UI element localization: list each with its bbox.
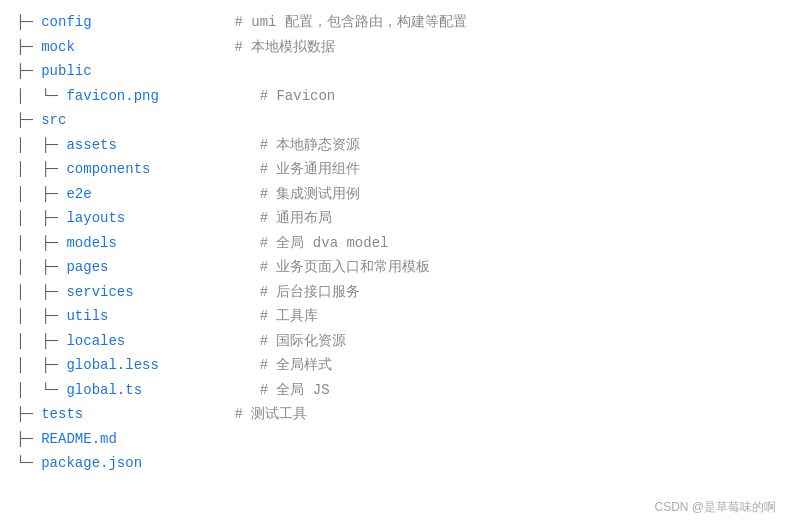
tree-prefix: │ └─ [16,378,66,403]
tree-prefix: │ ├─ [16,157,66,182]
spacer [226,353,251,378]
tree-line: ├─ config # umi 配置，包含路由，构建等配置 [16,10,776,35]
spacer [226,84,251,109]
file-name: locales [66,329,226,354]
tree-prefix: │ ├─ [16,280,66,305]
file-name: mock [41,35,201,60]
file-name: global.ts [66,378,226,403]
file-name: config [41,10,201,35]
tree-line: │ ├─ e2e # 集成测试用例 [16,182,776,207]
comment: # umi 配置，包含路由，构建等配置 [234,10,466,35]
spacer [201,35,226,60]
tree-line: │ ├─ pages # 业务页面入口和常用模板 [16,255,776,280]
spacer [226,231,251,256]
comment: # 集成测试用例 [260,182,361,207]
spacer [226,280,251,305]
comment: # 业务通用组件 [260,157,361,182]
tree-line: ├─ tests # 测试工具 [16,402,776,427]
comment: # Favicon [260,84,336,109]
spacer [226,206,251,231]
tree-prefix: └─ [16,451,41,476]
tree-prefix: │ ├─ [16,206,66,231]
file-name: layouts [66,206,226,231]
comment: # 全局 dva model [260,231,389,256]
tree-prefix: │ ├─ [16,304,66,329]
tree-line: │ └─ favicon.png # Favicon [16,84,776,109]
tree-line: │ ├─ services # 后台接口服务 [16,280,776,305]
tree-line: │ ├─ components # 业务通用组件 [16,157,776,182]
tree-line: └─ package.json [16,451,776,476]
spacer [226,329,251,354]
spacer [201,10,226,35]
tree-line: ├─ README.md [16,427,776,452]
spacer [201,402,226,427]
tree-prefix: │ ├─ [16,255,66,280]
tree-prefix: │ ├─ [16,231,66,256]
file-name: assets [66,133,226,158]
file-name: components [66,157,226,182]
file-name: global.less [66,353,226,378]
comment: # 本地模拟数据 [234,35,335,60]
tree-prefix: │ ├─ [16,353,66,378]
watermark: CSDN @是草莓味的啊 [654,499,776,516]
tree-line: │ ├─ global.less # 全局样式 [16,353,776,378]
tree-prefix: ├─ [16,402,41,427]
file-name: package.json [41,451,201,476]
file-name: src [41,108,201,133]
comment: # 测试工具 [234,402,307,427]
tree-line: │ ├─ utils # 工具库 [16,304,776,329]
comment: # 本地静态资源 [260,133,361,158]
comment: # 全局 JS [260,378,330,403]
file-name: e2e [66,182,226,207]
file-name: public [41,59,201,84]
spacer [226,378,251,403]
tree-line: ├─ mock # 本地模拟数据 [16,35,776,60]
comment: # 国际化资源 [260,329,347,354]
tree-line: │ ├─ assets # 本地静态资源 [16,133,776,158]
comment: # 通用布局 [260,206,333,231]
spacer [226,182,251,207]
spacer [226,255,251,280]
comment: # 后台接口服务 [260,280,361,305]
tree-line: ├─ public [16,59,776,84]
tree-line: │ ├─ models # 全局 dva model [16,231,776,256]
tree-line: │ ├─ layouts # 通用布局 [16,206,776,231]
file-name: README.md [41,427,201,452]
file-name: models [66,231,226,256]
tree-prefix: ├─ [16,427,41,452]
tree-prefix: ├─ [16,35,41,60]
tree-prefix: │ └─ [16,84,66,109]
tree-prefix: ├─ [16,10,41,35]
tree-line: │ ├─ locales # 国际化资源 [16,329,776,354]
file-name: tests [41,402,201,427]
tree-prefix: ├─ [16,59,41,84]
tree-prefix: │ ├─ [16,182,66,207]
file-tree: ├─ config # umi 配置，包含路由，构建等配置├─ mock # 本… [16,10,776,476]
spacer [226,133,251,158]
comment: # 业务页面入口和常用模板 [260,255,431,280]
file-name: utils [66,304,226,329]
comment: # 全局样式 [260,353,333,378]
comment: # 工具库 [260,304,319,329]
tree-prefix: │ ├─ [16,329,66,354]
tree-prefix: ├─ [16,108,41,133]
file-name: services [66,280,226,305]
file-name: pages [66,255,226,280]
tree-line: │ └─ global.ts # 全局 JS [16,378,776,403]
tree-prefix: │ ├─ [16,133,66,158]
spacer [226,304,251,329]
file-name: favicon.png [66,84,226,109]
spacer [226,157,251,182]
tree-line: ├─ src [16,108,776,133]
